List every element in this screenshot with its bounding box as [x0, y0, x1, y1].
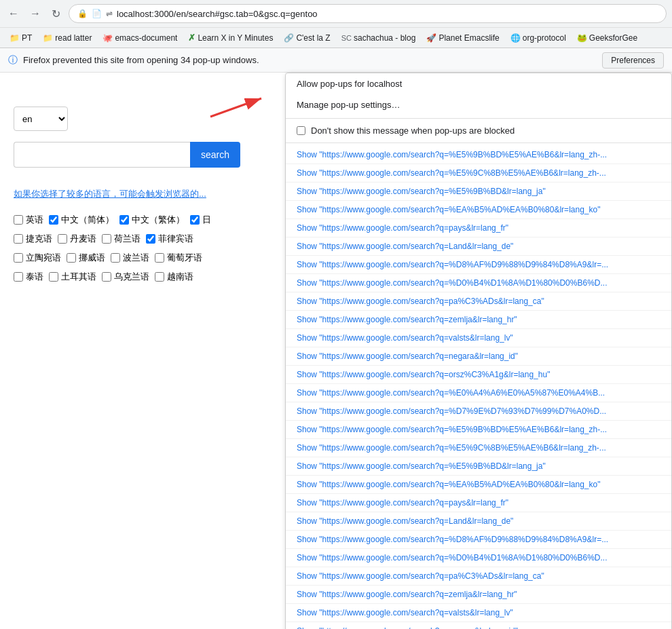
bookmark-pt[interactable]: 📁 PT — [5, 32, 36, 44]
checkbox-czech[interactable]: 捷克语 — [14, 233, 52, 245]
checkbox-portuguese[interactable]: 葡萄牙语 — [155, 252, 202, 264]
checkbox-vietnamese-input[interactable] — [155, 272, 164, 282]
bookmark-cest-la-z[interactable]: 🔗 C'est la Z — [280, 32, 334, 44]
bookmark-read-latter[interactable]: 📁 read latter — [39, 32, 96, 44]
checkbox-danish[interactable]: 丹麦语 — [58, 233, 96, 245]
checkbox-row-4: 泰语 土耳其语 乌克兰语 越南语 — [14, 271, 272, 283]
url-item[interactable]: Show "https://www.google.com/search?q=%E… — [286, 201, 671, 219]
allow-popups-item[interactable]: Allow pop-ups for localhost — [286, 73, 671, 94]
search-input[interactable]: country — [14, 142, 190, 168]
lang-link[interactable]: 如果你选择了较多的语言，可能会触发浏览器的... — [14, 188, 272, 200]
bookmarks-bar: 📁 PT 📁 read latter 🐙 emacs-document ✗ Le… — [0, 27, 672, 47]
url-item[interactable]: Show "https://www.google.com/search?q=ze… — [286, 586, 671, 604]
checkbox-japanese[interactable]: 日 — [190, 214, 211, 226]
bookmark-geeksforgeeks[interactable]: 🐸 GeeksforGee — [573, 32, 641, 44]
url-item[interactable]: Show "https://www.google.com/search?q=pa… — [286, 292, 671, 311]
bookmark-sachachua[interactable]: SC sachachua - blog — [337, 32, 420, 44]
search-button[interactable]: search — [190, 142, 240, 168]
url-item[interactable]: Show "https://www.google.com/search?q=%D… — [286, 549, 671, 567]
url-item[interactable]: Show "https://www.google.com/search?q=%E… — [286, 164, 671, 183]
refresh-button[interactable]: ↻ — [49, 5, 63, 23]
checkbox-english-input[interactable] — [14, 215, 23, 225]
url-item[interactable]: Show "https://www.google.com/search?q=va… — [286, 329, 671, 347]
sc-icon: SC — [341, 34, 352, 42]
url-item[interactable]: Show "https://www.google.com/search?q=%D… — [286, 531, 671, 549]
x-icon: ✗ — [188, 33, 195, 43]
checkbox-zh-traditional-input[interactable] — [119, 215, 129, 225]
checkbox-norwegian-input[interactable] — [67, 253, 76, 263]
bookmark-planet-emacslife[interactable]: 🚀 Planet Emacslife — [422, 32, 503, 44]
url-item[interactable]: Show "https://www.google.com/search?q=%E… — [286, 421, 671, 439]
checkbox-ukrainian-input[interactable] — [102, 272, 111, 282]
checkbox-english[interactable]: 英语 — [14, 214, 43, 226]
address-bar[interactable]: 🔒 📄 ⇌ localhost:3000/en/search#gsc.tab=0… — [69, 4, 667, 23]
url-item[interactable]: Show "https://www.google.com/search?q=%E… — [286, 439, 671, 457]
url-item[interactable]: Show "https://www.google.com/search?q=%D… — [286, 274, 671, 292]
nav-bar: ← → ↻ 🔒 📄 ⇌ localhost:3000/en/search#gsc… — [0, 0, 672, 27]
checkbox-turkish-input[interactable] — [49, 272, 58, 282]
checkbox-czech-input[interactable] — [14, 234, 23, 244]
checkbox-zh-simplified[interactable]: 中文（简体） — [49, 214, 114, 226]
url-item[interactable]: Show "https://www.google.com/search?q=ne… — [286, 347, 671, 366]
checkboxes-section: 英语 中文（简体） 中文（繁体） 日 捷克语 — [14, 214, 272, 283]
url-item[interactable]: Show "https://www.google.com/search?q=or… — [286, 366, 671, 384]
url-item[interactable]: Show "https://www.google.com/search?q=%E… — [286, 457, 671, 476]
checkbox-norwegian[interactable]: 挪威语 — [67, 252, 105, 264]
checkbox-ukrainian[interactable]: 乌克兰语 — [102, 271, 149, 283]
page-content: en country search 如果你选择了较多的语言，可能会触发浏览器的.… — [0, 73, 672, 629]
checkbox-lithuanian-input[interactable] — [14, 253, 23, 263]
url-item[interactable]: Show "https://www.google.com/search?q=%D… — [286, 256, 671, 274]
back-button[interactable]: ← — [5, 5, 22, 22]
dont-show-item[interactable]: Don't show this message when pop-ups are… — [286, 121, 671, 140]
dont-show-checkbox[interactable] — [297, 126, 305, 135]
url-item[interactable]: Show "https://www.google.com/search?q=%D… — [286, 402, 671, 421]
checkbox-thai-input[interactable] — [14, 272, 23, 282]
checkbox-turkish[interactable]: 土耳其语 — [49, 271, 96, 283]
url-item[interactable]: Show "https://www.google.com/search?q=La… — [286, 512, 671, 531]
link-icon: 🔗 — [284, 33, 294, 43]
menu-separator — [286, 118, 671, 119]
url-item[interactable]: Show "https://www.google.com/search?q=ze… — [286, 311, 671, 329]
checkbox-filipino[interactable]: 菲律宾语 — [146, 233, 193, 245]
folder-icon: 📁 — [43, 33, 53, 43]
checkbox-row-2: 捷克语 丹麦语 荷兰语 菲律宾语 — [14, 233, 272, 245]
url-item[interactable]: Show "https://www.google.com/search?q=%E… — [286, 384, 671, 402]
forward-button[interactable]: → — [27, 5, 43, 22]
checkbox-portuguese-input[interactable] — [155, 253, 164, 263]
bookmark-learn-minutes[interactable]: ✗ Learn X in Y Minutes — [184, 31, 277, 44]
checkbox-dutch-input[interactable] — [102, 234, 111, 244]
checkbox-filipino-input[interactable] — [146, 234, 155, 244]
manage-settings-item[interactable]: Manage pop-up settings… — [286, 94, 671, 115]
url-item[interactable]: Show "https://www.google.com/search?q=%E… — [286, 146, 671, 164]
preferences-button[interactable]: Preferences — [602, 52, 664, 69]
url-item[interactable]: Show "https://www.google.com/search?q=ne… — [286, 622, 671, 629]
checkbox-row-1: 英语 中文（简体） 中文（繁体） 日 — [14, 214, 272, 226]
bookmark-emacs-document[interactable]: 🐙 emacs-document — [98, 32, 181, 44]
checkbox-japanese-input[interactable] — [190, 215, 200, 225]
url-item[interactable]: Show "https://www.google.com/search?q=%E… — [286, 183, 671, 201]
lang-select[interactable]: en — [14, 107, 68, 131]
checkbox-polish[interactable]: 波兰语 — [111, 252, 149, 264]
bookmark-org-protocol[interactable]: 🌐 org-protocol — [506, 32, 570, 44]
url-item[interactable]: Show "https://www.google.com/search?q=pa… — [286, 494, 671, 512]
url-item[interactable]: Show "https://www.google.com/search?q=pa… — [286, 219, 671, 237]
checkbox-thai[interactable]: 泰语 — [14, 271, 43, 283]
checkbox-danish-input[interactable] — [58, 234, 67, 244]
url-item[interactable]: Show "https://www.google.com/search?q=va… — [286, 604, 671, 622]
checkbox-zh-traditional[interactable]: 中文（繁体） — [119, 214, 185, 226]
checkbox-lithuanian[interactable]: 立陶宛语 — [14, 252, 61, 264]
checkbox-polish-input[interactable] — [111, 253, 120, 263]
checkbox-vietnamese[interactable]: 越南语 — [155, 271, 193, 283]
checkbox-zh-simplified-input[interactable] — [49, 215, 58, 225]
globe-icon: 🌐 — [510, 33, 521, 43]
dont-show-label: Don't show this message when pop-ups are… — [311, 126, 515, 136]
address-text: localhost:3000/en/search#gsc.tab=0&gsc.q… — [117, 9, 658, 19]
url-item[interactable]: Show "https://www.google.com/search?q=%E… — [286, 476, 671, 494]
github-icon: 🐙 — [102, 33, 113, 43]
menu-separator-2 — [286, 142, 671, 143]
url-item[interactable]: Show "https://www.google.com/search?q=pa… — [286, 567, 671, 586]
checkbox-dutch[interactable]: 荷兰语 — [102, 233, 141, 245]
popup-url-list: Show "https://www.google.com/search?q=%E… — [286, 146, 671, 629]
popup-menu: Allow pop-ups for localhost Manage pop-u… — [285, 73, 672, 629]
url-item[interactable]: Show "https://www.google.com/search?q=La… — [286, 237, 671, 256]
